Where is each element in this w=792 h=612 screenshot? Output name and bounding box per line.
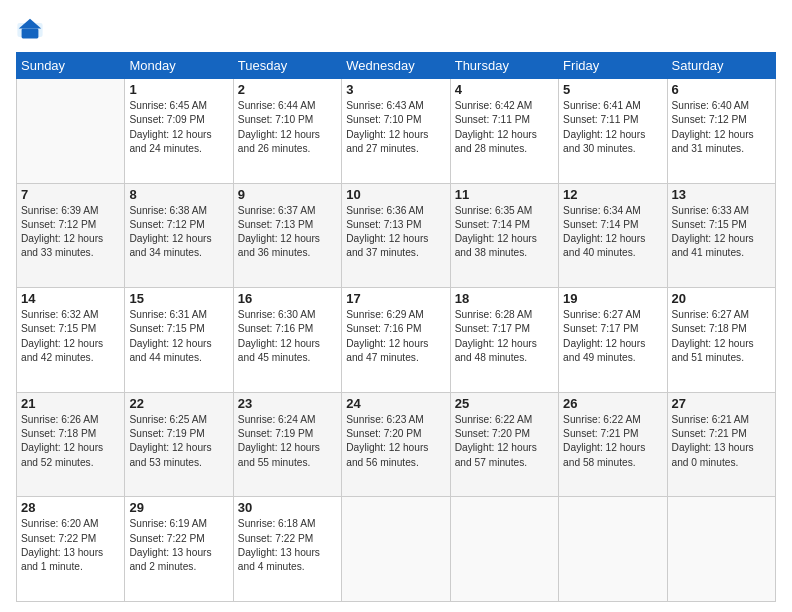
day-cell: 26Sunrise: 6:22 AMSunset: 7:21 PMDayligh… xyxy=(559,392,667,497)
header-cell-thursday: Thursday xyxy=(450,53,558,79)
day-info: Sunrise: 6:37 AMSunset: 7:13 PMDaylight:… xyxy=(238,204,337,261)
day-cell: 24Sunrise: 6:23 AMSunset: 7:20 PMDayligh… xyxy=(342,392,450,497)
header-cell-tuesday: Tuesday xyxy=(233,53,341,79)
day-number: 3 xyxy=(346,82,445,97)
day-info: Sunrise: 6:27 AMSunset: 7:18 PMDaylight:… xyxy=(672,308,771,365)
day-cell: 3Sunrise: 6:43 AMSunset: 7:10 PMDaylight… xyxy=(342,79,450,184)
day-number: 5 xyxy=(563,82,662,97)
week-row-4: 21Sunrise: 6:26 AMSunset: 7:18 PMDayligh… xyxy=(17,392,776,497)
day-number: 13 xyxy=(672,187,771,202)
day-info: Sunrise: 6:18 AMSunset: 7:22 PMDaylight:… xyxy=(238,517,337,574)
day-info: Sunrise: 6:27 AMSunset: 7:17 PMDaylight:… xyxy=(563,308,662,365)
day-number: 16 xyxy=(238,291,337,306)
day-info: Sunrise: 6:45 AMSunset: 7:09 PMDaylight:… xyxy=(129,99,228,156)
day-cell: 29Sunrise: 6:19 AMSunset: 7:22 PMDayligh… xyxy=(125,497,233,602)
week-row-5: 28Sunrise: 6:20 AMSunset: 7:22 PMDayligh… xyxy=(17,497,776,602)
day-cell: 21Sunrise: 6:26 AMSunset: 7:18 PMDayligh… xyxy=(17,392,125,497)
day-info: Sunrise: 6:20 AMSunset: 7:22 PMDaylight:… xyxy=(21,517,120,574)
day-cell: 1Sunrise: 6:45 AMSunset: 7:09 PMDaylight… xyxy=(125,79,233,184)
day-cell: 12Sunrise: 6:34 AMSunset: 7:14 PMDayligh… xyxy=(559,183,667,288)
day-info: Sunrise: 6:25 AMSunset: 7:19 PMDaylight:… xyxy=(129,413,228,470)
day-cell: 17Sunrise: 6:29 AMSunset: 7:16 PMDayligh… xyxy=(342,288,450,393)
day-number: 22 xyxy=(129,396,228,411)
day-cell: 5Sunrise: 6:41 AMSunset: 7:11 PMDaylight… xyxy=(559,79,667,184)
day-info: Sunrise: 6:36 AMSunset: 7:13 PMDaylight:… xyxy=(346,204,445,261)
day-number: 25 xyxy=(455,396,554,411)
day-info: Sunrise: 6:40 AMSunset: 7:12 PMDaylight:… xyxy=(672,99,771,156)
day-number: 28 xyxy=(21,500,120,515)
day-info: Sunrise: 6:31 AMSunset: 7:15 PMDaylight:… xyxy=(129,308,228,365)
day-number: 26 xyxy=(563,396,662,411)
day-cell: 27Sunrise: 6:21 AMSunset: 7:21 PMDayligh… xyxy=(667,392,775,497)
logo-icon xyxy=(16,16,44,44)
day-cell: 20Sunrise: 6:27 AMSunset: 7:18 PMDayligh… xyxy=(667,288,775,393)
day-cell: 25Sunrise: 6:22 AMSunset: 7:20 PMDayligh… xyxy=(450,392,558,497)
day-info: Sunrise: 6:19 AMSunset: 7:22 PMDaylight:… xyxy=(129,517,228,574)
day-cell xyxy=(342,497,450,602)
day-cell: 7Sunrise: 6:39 AMSunset: 7:12 PMDaylight… xyxy=(17,183,125,288)
day-cell xyxy=(667,497,775,602)
day-number: 29 xyxy=(129,500,228,515)
day-cell: 6Sunrise: 6:40 AMSunset: 7:12 PMDaylight… xyxy=(667,79,775,184)
day-cell: 15Sunrise: 6:31 AMSunset: 7:15 PMDayligh… xyxy=(125,288,233,393)
day-cell: 19Sunrise: 6:27 AMSunset: 7:17 PMDayligh… xyxy=(559,288,667,393)
day-info: Sunrise: 6:22 AMSunset: 7:20 PMDaylight:… xyxy=(455,413,554,470)
day-cell: 14Sunrise: 6:32 AMSunset: 7:15 PMDayligh… xyxy=(17,288,125,393)
day-info: Sunrise: 6:28 AMSunset: 7:17 PMDaylight:… xyxy=(455,308,554,365)
day-info: Sunrise: 6:21 AMSunset: 7:21 PMDaylight:… xyxy=(672,413,771,470)
week-row-1: 1Sunrise: 6:45 AMSunset: 7:09 PMDaylight… xyxy=(17,79,776,184)
day-cell: 16Sunrise: 6:30 AMSunset: 7:16 PMDayligh… xyxy=(233,288,341,393)
day-number: 20 xyxy=(672,291,771,306)
day-number: 18 xyxy=(455,291,554,306)
calendar-body: 1Sunrise: 6:45 AMSunset: 7:09 PMDaylight… xyxy=(17,79,776,602)
day-cell: 13Sunrise: 6:33 AMSunset: 7:15 PMDayligh… xyxy=(667,183,775,288)
day-info: Sunrise: 6:43 AMSunset: 7:10 PMDaylight:… xyxy=(346,99,445,156)
header-cell-sunday: Sunday xyxy=(17,53,125,79)
week-row-3: 14Sunrise: 6:32 AMSunset: 7:15 PMDayligh… xyxy=(17,288,776,393)
day-cell xyxy=(450,497,558,602)
day-cell: 23Sunrise: 6:24 AMSunset: 7:19 PMDayligh… xyxy=(233,392,341,497)
day-cell: 4Sunrise: 6:42 AMSunset: 7:11 PMDaylight… xyxy=(450,79,558,184)
week-row-2: 7Sunrise: 6:39 AMSunset: 7:12 PMDaylight… xyxy=(17,183,776,288)
day-number: 4 xyxy=(455,82,554,97)
day-info: Sunrise: 6:26 AMSunset: 7:18 PMDaylight:… xyxy=(21,413,120,470)
day-cell: 10Sunrise: 6:36 AMSunset: 7:13 PMDayligh… xyxy=(342,183,450,288)
day-cell: 30Sunrise: 6:18 AMSunset: 7:22 PMDayligh… xyxy=(233,497,341,602)
day-number: 1 xyxy=(129,82,228,97)
day-number: 19 xyxy=(563,291,662,306)
day-info: Sunrise: 6:34 AMSunset: 7:14 PMDaylight:… xyxy=(563,204,662,261)
day-info: Sunrise: 6:30 AMSunset: 7:16 PMDaylight:… xyxy=(238,308,337,365)
header-cell-wednesday: Wednesday xyxy=(342,53,450,79)
day-cell: 28Sunrise: 6:20 AMSunset: 7:22 PMDayligh… xyxy=(17,497,125,602)
header xyxy=(16,16,776,44)
day-info: Sunrise: 6:33 AMSunset: 7:15 PMDaylight:… xyxy=(672,204,771,261)
day-number: 27 xyxy=(672,396,771,411)
day-number: 30 xyxy=(238,500,337,515)
header-row: SundayMondayTuesdayWednesdayThursdayFrid… xyxy=(17,53,776,79)
day-info: Sunrise: 6:23 AMSunset: 7:20 PMDaylight:… xyxy=(346,413,445,470)
day-info: Sunrise: 6:22 AMSunset: 7:21 PMDaylight:… xyxy=(563,413,662,470)
day-cell: 22Sunrise: 6:25 AMSunset: 7:19 PMDayligh… xyxy=(125,392,233,497)
day-number: 2 xyxy=(238,82,337,97)
day-number: 11 xyxy=(455,187,554,202)
header-cell-friday: Friday xyxy=(559,53,667,79)
day-cell xyxy=(17,79,125,184)
day-number: 7 xyxy=(21,187,120,202)
day-info: Sunrise: 6:24 AMSunset: 7:19 PMDaylight:… xyxy=(238,413,337,470)
day-cell xyxy=(559,497,667,602)
day-number: 8 xyxy=(129,187,228,202)
day-number: 14 xyxy=(21,291,120,306)
day-number: 9 xyxy=(238,187,337,202)
day-info: Sunrise: 6:39 AMSunset: 7:12 PMDaylight:… xyxy=(21,204,120,261)
header-cell-monday: Monday xyxy=(125,53,233,79)
day-number: 15 xyxy=(129,291,228,306)
day-cell: 18Sunrise: 6:28 AMSunset: 7:17 PMDayligh… xyxy=(450,288,558,393)
day-number: 23 xyxy=(238,396,337,411)
day-number: 6 xyxy=(672,82,771,97)
day-cell: 8Sunrise: 6:38 AMSunset: 7:12 PMDaylight… xyxy=(125,183,233,288)
day-info: Sunrise: 6:35 AMSunset: 7:14 PMDaylight:… xyxy=(455,204,554,261)
day-info: Sunrise: 6:42 AMSunset: 7:11 PMDaylight:… xyxy=(455,99,554,156)
day-cell: 2Sunrise: 6:44 AMSunset: 7:10 PMDaylight… xyxy=(233,79,341,184)
day-info: Sunrise: 6:41 AMSunset: 7:11 PMDaylight:… xyxy=(563,99,662,156)
day-info: Sunrise: 6:32 AMSunset: 7:15 PMDaylight:… xyxy=(21,308,120,365)
